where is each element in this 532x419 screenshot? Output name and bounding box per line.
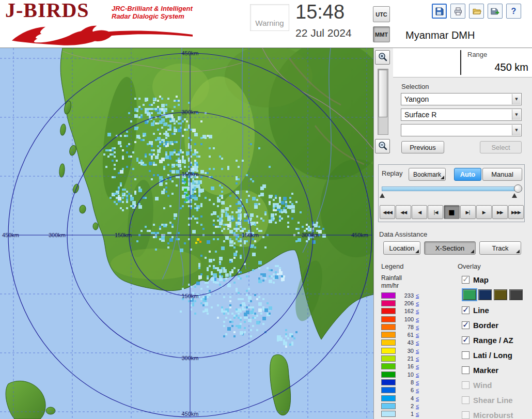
- chevron-down-icon[interactable]: ▼: [512, 125, 521, 135]
- legend-threshold-link[interactable]: ≤: [416, 292, 419, 299]
- warning-indicator[interactable]: Warning: [250, 4, 289, 31]
- chevron-down-icon[interactable]: ▼: [512, 110, 521, 120]
- location-button[interactable]: Location: [383, 241, 420, 255]
- legend-row: 100≤: [381, 315, 443, 323]
- legend-threshold-link[interactable]: ≤: [416, 371, 419, 378]
- zoom-slider-thumb[interactable]: [379, 70, 387, 117]
- overlay-item-marker[interactable]: Marker: [462, 365, 531, 375]
- legend-color-swatch: [381, 300, 396, 306]
- manual-mode-button[interactable]: Manual: [482, 168, 522, 181]
- replay-end-marker[interactable]: [512, 193, 517, 198]
- logo-subtitle-line2: Radar Dialogic System: [112, 12, 193, 20]
- legend-threshold-link[interactable]: ≤: [416, 324, 419, 330]
- utc-button[interactable]: UTC: [373, 6, 390, 22]
- mmt-button[interactable]: MMT: [373, 26, 390, 42]
- legend-color-swatch: [381, 363, 396, 369]
- checkbox[interactable]: [462, 351, 470, 359]
- legend-threshold-link[interactable]: ≤: [416, 403, 419, 409]
- replay-rewind-max-button[interactable]: ◀◀◀: [380, 205, 395, 219]
- legend-color-swatch: [381, 348, 396, 354]
- range-ring-label: 300km: [49, 232, 66, 238]
- replay-start-marker[interactable]: [380, 193, 385, 198]
- legend-color-swatch: [381, 379, 396, 385]
- legend-row: 30≤: [381, 347, 443, 354]
- site-combobox[interactable]: Yangon ▼: [401, 93, 522, 105]
- overlay-item-border[interactable]: Border: [462, 320, 531, 330]
- replay-rewind-button[interactable]: ◀: [412, 205, 427, 219]
- radar-map[interactable]: 450km300km150km150km300km450km450km300km…: [0, 48, 373, 419]
- replay-slider-track[interactable]: [382, 187, 522, 191]
- range-label: Range: [467, 51, 487, 58]
- replay-forward-max-button[interactable]: ▶▶▶: [508, 205, 524, 219]
- legend-threshold-link[interactable]: ≤: [416, 379, 419, 385]
- overlay-items: LineBorderRange / AZLati / LongMarkerWin…: [462, 305, 531, 419]
- open-folder-button[interactable]: [469, 4, 484, 19]
- legend-threshold-link[interactable]: ≤: [416, 395, 419, 401]
- bookmark-button[interactable]: Bookmark: [409, 168, 446, 181]
- replay-stop-button[interactable]: ■: [444, 205, 459, 219]
- replay-rewind-fast-button[interactable]: ◀◀: [396, 205, 411, 219]
- legend-threshold-link[interactable]: ≤: [416, 411, 419, 417]
- data-assistance-label: Data Assistance: [379, 230, 427, 238]
- legend-threshold-link[interactable]: ≤: [416, 300, 419, 306]
- extra-combobox[interactable]: ▼: [401, 124, 522, 136]
- zoom-in-button[interactable]: [375, 50, 390, 65]
- chevron-down-icon[interactable]: ▼: [512, 94, 521, 104]
- map-checkbox[interactable]: [462, 276, 470, 284]
- map-color-option[interactable]: [509, 289, 523, 300]
- legend-value: 61: [397, 332, 414, 338]
- legend-threshold-link[interactable]: ≤: [416, 308, 419, 314]
- legend-threshold-link[interactable]: ≤: [416, 348, 419, 354]
- radar-display[interactable]: 450km300km150km150km300km450km450km300km…: [0, 48, 373, 419]
- product-combobox[interactable]: Surface R ▼: [401, 108, 522, 121]
- overlay-item-range-az[interactable]: Range / AZ: [462, 335, 531, 345]
- replay-play-button[interactable]: ▶: [476, 205, 492, 219]
- range-ring-label: 300km: [181, 109, 198, 115]
- map-color-option[interactable]: [463, 289, 476, 300]
- overlay-item-shear-line: Shear Line: [462, 395, 531, 405]
- save-button[interactable]: [432, 4, 447, 19]
- legend-row: 21≤: [381, 354, 443, 362]
- legend-threshold-link[interactable]: ≤: [416, 339, 419, 346]
- legend-threshold-link[interactable]: ≤: [416, 355, 419, 362]
- overlay-item-map[interactable]: Map: [462, 274, 531, 285]
- legend-threshold-link[interactable]: ≤: [416, 387, 419, 393]
- legend-row: 2≤: [381, 402, 443, 410]
- legend-threshold-link[interactable]: ≤: [416, 332, 419, 338]
- replay-slider-fill: [382, 187, 520, 191]
- x-section-button[interactable]: X-Section: [424, 241, 476, 255]
- legend-color-swatch: [381, 395, 396, 401]
- auto-mode-button[interactable]: Auto: [454, 168, 481, 181]
- legend-value: 4: [397, 395, 414, 401]
- legend-row: 43≤: [381, 339, 443, 347]
- replay-slider-thumb[interactable]: [514, 184, 522, 193]
- legend-threshold-link[interactable]: ≤: [416, 363, 419, 369]
- legend-color-swatch: [381, 292, 396, 299]
- select-button[interactable]: Select: [480, 141, 522, 153]
- overlay-item-line[interactable]: Line: [462, 305, 531, 315]
- zoom-slider-track[interactable]: [378, 69, 388, 135]
- checkbox[interactable]: [462, 306, 470, 314]
- checkbox[interactable]: [462, 336, 470, 344]
- help-button[interactable]: ?: [506, 4, 521, 19]
- overlay-item-lati-long[interactable]: Lati / Long: [462, 350, 531, 360]
- legend-threshold-link[interactable]: ≤: [416, 316, 419, 322]
- zoom-out-button[interactable]: [375, 139, 390, 153]
- print-button[interactable]: [450, 4, 465, 19]
- legend-row: 6≤: [381, 386, 443, 394]
- station-title: Myanmar DMH: [405, 29, 475, 41]
- export-button[interactable]: [488, 4, 503, 19]
- warning-label: Warning: [255, 19, 284, 27]
- replay-step-forward-button[interactable]: ▶|: [460, 205, 476, 219]
- map-color-option[interactable]: [494, 289, 507, 300]
- replay-title: Replay: [382, 169, 402, 177]
- overlay-item-wind: Wind: [462, 380, 531, 390]
- checkbox[interactable]: [462, 366, 470, 374]
- replay-forward-fast-button[interactable]: ▶▶: [492, 205, 508, 219]
- map-color-option[interactable]: [478, 289, 492, 300]
- checkbox[interactable]: [462, 321, 470, 329]
- previous-button[interactable]: Previous: [401, 141, 444, 153]
- replay-step-back-button[interactable]: |◀: [428, 205, 443, 219]
- track-button[interactable]: Track: [479, 241, 521, 255]
- range-ring-label: 150km: [181, 171, 198, 177]
